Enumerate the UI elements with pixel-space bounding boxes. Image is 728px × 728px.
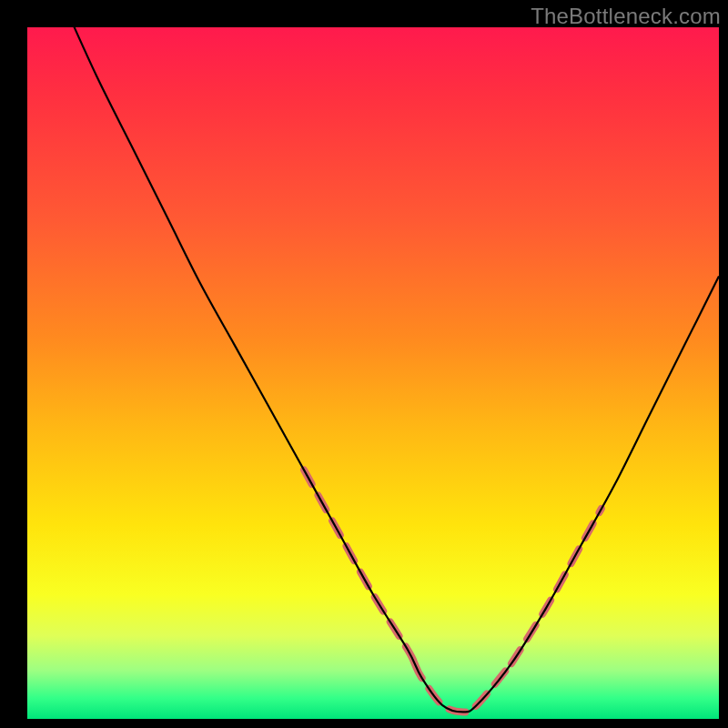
chart-frame: TheBottleneck.com bbox=[0, 0, 728, 728]
curve-svg bbox=[27, 27, 719, 719]
bottleneck-curve bbox=[27, 0, 719, 712]
watermark-text: TheBottleneck.com bbox=[531, 4, 721, 29]
plot-area bbox=[27, 27, 719, 719]
